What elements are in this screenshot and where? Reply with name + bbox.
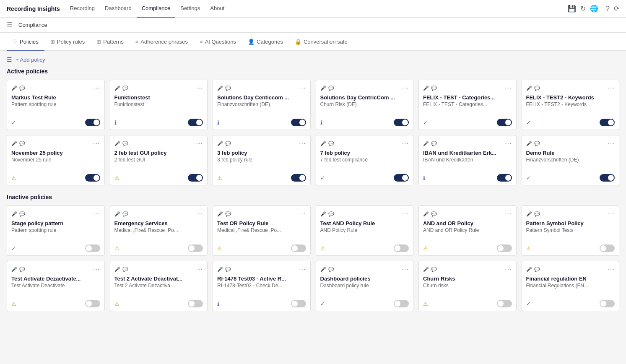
policy-toggle[interactable] <box>394 174 409 182</box>
card-bottom: ✓ <box>423 115 512 126</box>
card-status-icon: ✓ <box>423 120 428 126</box>
card-bottom: ⚠ <box>114 241 203 252</box>
globe-icon[interactable]: 🌐 <box>590 5 598 13</box>
card-bottom: ⚠ <box>526 241 615 252</box>
policy-toggle[interactable] <box>291 174 306 182</box>
policy-toggle[interactable] <box>497 174 512 182</box>
tab-icon-conversation-safe: 🔒 <box>295 39 301 45</box>
card-more-button[interactable]: ··· <box>299 140 306 147</box>
policy-toggle[interactable] <box>188 119 203 126</box>
nav-item-recording[interactable]: Recording <box>65 0 100 18</box>
card-more-button[interactable]: ··· <box>299 265 306 273</box>
card-more-button[interactable]: ··· <box>608 140 615 147</box>
refresh-icon[interactable]: ↻ <box>580 5 586 13</box>
card-more-button[interactable]: ··· <box>196 84 203 92</box>
card-more-button[interactable]: ··· <box>196 265 203 273</box>
mic-icon: 🎤 <box>423 211 429 217</box>
card-more-button[interactable]: ··· <box>608 84 615 92</box>
policy-toggle[interactable] <box>291 119 306 126</box>
card-sub: IBAN und Kreditkarten <box>423 157 512 163</box>
card-more-button[interactable]: ··· <box>505 140 512 147</box>
policy-toggle[interactable] <box>291 244 306 252</box>
card-more-button[interactable]: ··· <box>93 140 100 147</box>
card-top: 🎤💬··· <box>320 210 409 218</box>
tab-policies[interactable]: ♡Policies <box>7 33 44 51</box>
card-more-button[interactable]: ··· <box>93 210 100 218</box>
card-more-button[interactable]: ··· <box>93 84 100 92</box>
tab-adherence-phrases[interactable]: ≡Adherence phrases <box>130 33 194 51</box>
card-more-button[interactable]: ··· <box>299 84 306 92</box>
policy-card: 🎤💬···IBAN und Kreditkarten Erk...IBAN un… <box>418 135 517 185</box>
policy-toggle[interactable] <box>394 300 409 307</box>
card-sub: Pattern Symbol Tests <box>526 227 615 233</box>
policy-toggle[interactable] <box>394 244 409 252</box>
mic-icon: 🎤 <box>217 267 223 272</box>
add-policy-button[interactable]: + Add policy <box>16 57 45 63</box>
card-icons: 🎤💬 <box>526 141 540 146</box>
policy-card: 🎤💬···2 feb test GUI policy2 feb test GUI… <box>110 135 208 185</box>
policy-toggle[interactable] <box>600 300 615 307</box>
card-bottom: ✓ <box>320 171 409 182</box>
card-name: 3 feb policy <box>217 150 306 156</box>
nav-item-about[interactable]: About <box>205 0 229 18</box>
card-icons: 🎤💬 <box>217 267 231 272</box>
policy-toggle[interactable] <box>394 119 409 126</box>
card-more-button[interactable]: ··· <box>608 265 615 273</box>
tab-patterns[interactable]: ⊞Patterns <box>91 33 129 51</box>
policy-toggle[interactable] <box>600 119 615 126</box>
card-top: 🎤💬··· <box>114 265 203 273</box>
card-name: Funktionstest <box>114 94 203 101</box>
card-more-button[interactable]: ··· <box>402 210 409 218</box>
card-more-button[interactable]: ··· <box>505 265 512 273</box>
policy-toggle[interactable] <box>188 300 203 307</box>
hamburger-icon[interactable]: ☰ <box>7 21 13 29</box>
card-more-button[interactable]: ··· <box>196 210 203 218</box>
card-icons: 🎤💬 <box>423 211 437 217</box>
policy-toggle[interactable] <box>85 300 100 307</box>
policy-toggle[interactable] <box>600 174 615 182</box>
policy-toggle[interactable] <box>188 174 203 182</box>
card-more-button[interactable]: ··· <box>402 84 409 92</box>
tab-label: Categories <box>257 39 283 45</box>
tab-icon-ai-questions: ≡ <box>200 39 203 45</box>
help-icon[interactable]: ? <box>606 5 610 13</box>
nav-item-compliance[interactable]: Compliance <box>137 0 176 18</box>
policy-toggle[interactable] <box>497 300 512 307</box>
tab-categories[interactable]: 👤Categories <box>242 33 289 51</box>
policy-toggle[interactable] <box>188 244 203 252</box>
policy-toggle[interactable] <box>85 174 100 182</box>
card-bottom: ⚠ <box>217 241 306 252</box>
card-more-button[interactable]: ··· <box>93 265 100 273</box>
chat-icon: 💬 <box>122 86 128 91</box>
card-bottom: ✓ <box>320 296 409 307</box>
card-status-icon: ℹ <box>423 175 425 181</box>
policy-toggle[interactable] <box>291 300 306 307</box>
card-more-button[interactable]: ··· <box>505 210 512 218</box>
card-bottom: ℹ <box>320 115 409 126</box>
card-more-button[interactable]: ··· <box>196 140 203 147</box>
card-more-button[interactable]: ··· <box>402 265 409 273</box>
tab-policy-rules[interactable]: ⊞Policy rules <box>44 33 91 51</box>
policy-toggle[interactable] <box>497 244 512 252</box>
card-sub: Pattern spotting rule <box>11 227 100 233</box>
policy-toggle[interactable] <box>497 119 512 126</box>
card-status-icon: ℹ <box>320 120 322 126</box>
policy-toggle[interactable] <box>85 119 100 126</box>
card-more-button[interactable]: ··· <box>402 140 409 147</box>
card-icons: 🎤💬 <box>423 86 437 91</box>
card-more-button[interactable]: ··· <box>505 84 512 92</box>
card-more-button[interactable]: ··· <box>608 210 615 218</box>
save-icon[interactable]: 💾 <box>568 5 576 13</box>
policy-toggle[interactable] <box>600 244 615 252</box>
sync-icon[interactable]: ⟳ <box>614 5 619 13</box>
policy-toggle[interactable] <box>85 244 100 252</box>
filter-icon[interactable]: ☰ <box>7 56 12 63</box>
card-sub: Churn Risk (DE) <box>320 101 409 107</box>
nav-item-settings[interactable]: Settings <box>175 0 205 18</box>
tab-ai-questions[interactable]: ≡AI Questions <box>194 33 242 51</box>
policy-card: 🎤💬···FunktionstestFunktionstestℹ <box>110 80 208 130</box>
chat-icon: 💬 <box>328 267 334 272</box>
tab-conversation-safe[interactable]: 🔒Conversation safe <box>289 33 353 51</box>
nav-item-dashboard[interactable]: Dashboard <box>100 0 137 18</box>
card-more-button[interactable]: ··· <box>299 210 306 218</box>
